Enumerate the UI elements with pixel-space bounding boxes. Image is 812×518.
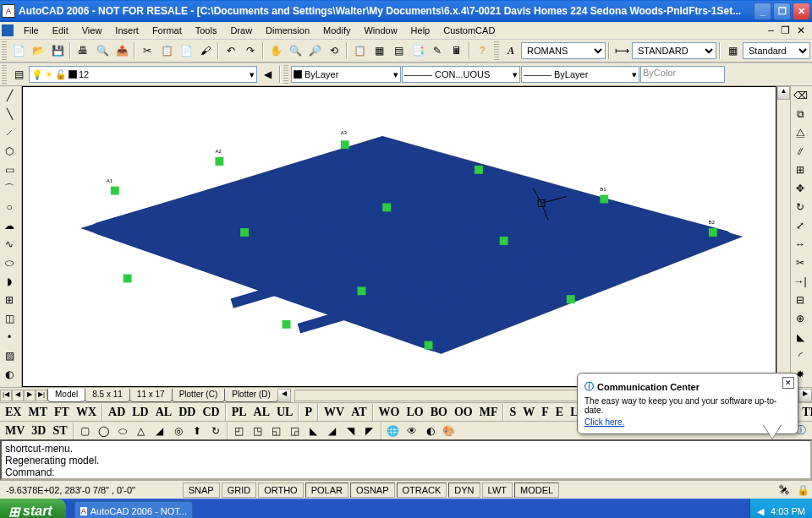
preview-button[interactable]: 🔍 <box>93 41 112 60</box>
mdi-minimize[interactable]: – <box>765 25 777 36</box>
txt-at[interactable]: AT <box>348 406 370 419</box>
cylinder-button[interactable]: ⬭ <box>113 422 132 440</box>
erase-button[interactable]: ⌫ <box>791 86 809 105</box>
box-button[interactable]: ▢ <box>76 422 95 440</box>
tab-prev[interactable]: ◀ <box>12 390 24 401</box>
txt-ul[interactable]: UL <box>273 406 296 419</box>
txt-ld[interactable]: LD <box>129 406 151 419</box>
status-grid[interactable]: GRID <box>222 483 257 498</box>
grip[interactable] <box>283 65 288 84</box>
drawing-canvas[interactable]: A1A2A3 B1B2 <box>23 87 776 386</box>
zoom-rt-button[interactable]: 🔍 <box>286 41 304 60</box>
pline-button[interactable]: ⟋ <box>0 123 19 142</box>
paste-button[interactable]: 📄 <box>177 41 195 60</box>
stretch-button[interactable]: ↔ <box>791 235 809 254</box>
txt-s[interactable]: S <box>506 406 519 419</box>
fillet-button[interactable]: ◜ <box>791 346 809 365</box>
move-button[interactable]: ✥ <box>791 179 809 198</box>
torus-button[interactable]: ◎ <box>169 422 188 440</box>
start-button[interactable]: ⊞start <box>0 499 66 518</box>
txt-dd[interactable]: DD <box>175 406 199 419</box>
status-ortho[interactable]: ORTHO <box>258 483 304 498</box>
close-button[interactable]: ✕ <box>793 3 810 20</box>
properties-button[interactable]: 📋 <box>350 41 369 60</box>
txt-wx[interactable]: WX <box>73 406 100 419</box>
menu-modify[interactable]: Modify <box>316 24 357 37</box>
lineweight-combo[interactable]: ——— ByLayer ▾ <box>521 66 639 83</box>
menu-draw[interactable]: Draw <box>223 24 259 37</box>
scroll-up-button[interactable]: ▲ <box>777 86 790 100</box>
zoom-prev-button[interactable]: ⟲ <box>325 41 343 60</box>
popup-link[interactable]: Click here. <box>584 417 624 427</box>
status-otrack[interactable]: OTRACK <box>397 483 447 498</box>
grip[interactable] <box>2 41 7 60</box>
color-combo[interactable]: ByLayer ▾ <box>291 66 401 83</box>
layer-combo[interactable]: 💡☀🔓 12 ▾ <box>29 66 257 83</box>
comm-center-icon[interactable]: 🛰 <box>775 481 793 499</box>
tab-last[interactable]: ▶| <box>36 390 47 401</box>
dimstyle-icon[interactable]: ⟼ <box>612 41 631 60</box>
popup-close-button[interactable]: ✕ <box>782 377 794 389</box>
help-button[interactable]: ? <box>473 41 491 60</box>
txt-oo[interactable]: OO <box>451 406 476 419</box>
tab-11x17[interactable]: 11 x 17 <box>129 389 173 402</box>
sphere-button[interactable]: ◯ <box>95 422 113 440</box>
join-button[interactable]: ⊕ <box>791 309 809 328</box>
extend-button[interactable]: →| <box>791 272 809 291</box>
spline-button[interactable]: ∿ <box>0 235 19 254</box>
ellipsearc-button[interactable]: ◗ <box>0 272 19 291</box>
line-button[interactable]: ╱ <box>0 86 19 105</box>
toolpalettes-button[interactable]: ▤ <box>389 41 408 60</box>
style-combo[interactable]: STANDARD <box>632 42 716 59</box>
tab-next[interactable]: ▶ <box>24 390 36 401</box>
hscroll-left-button[interactable]: ◀ <box>277 389 291 402</box>
view-iso-se-button[interactable]: ◢ <box>323 422 342 440</box>
linetype-combo[interactable]: ——— CON...UOUS ▾ <box>402 66 520 83</box>
polygon-button[interactable]: ⬡ <box>0 142 19 161</box>
trim-button[interactable]: ✂ <box>791 254 809 272</box>
txt-ad[interactable]: AD <box>105 406 129 419</box>
txt-cd[interactable]: CD <box>199 406 222 419</box>
txt-ft[interactable]: FT <box>51 406 73 419</box>
dimstyle-combo[interactable]: Standard <box>743 42 810 59</box>
view-br-button[interactable]: ◲ <box>286 422 304 440</box>
grip[interactable] <box>2 65 7 84</box>
tab-plotter-c[interactable]: Plotter (C) <box>172 389 226 402</box>
txt-wo[interactable]: WO <box>376 406 403 419</box>
txt-w[interactable]: W <box>519 406 538 419</box>
markup-button[interactable]: ✎ <box>428 41 447 60</box>
break-button[interactable]: ⊟ <box>791 291 809 309</box>
menu-customcad[interactable]: CustomCAD <box>436 24 502 37</box>
match-button[interactable]: 🖌 <box>196 41 215 60</box>
menu-window[interactable]: Window <box>357 24 403 37</box>
view-iso-nw-button[interactable]: ◤ <box>360 422 379 440</box>
offset-button[interactable]: ⫽ <box>791 142 809 161</box>
tab-85x11[interactable]: 8.5 x 11 <box>85 389 130 402</box>
txt-ex[interactable]: EX <box>2 406 25 419</box>
menu-view[interactable]: View <box>75 24 109 37</box>
lock-icon[interactable]: 🔒 <box>793 481 812 499</box>
menu-insert[interactable]: Insert <box>108 24 145 37</box>
txt-lo[interactable]: LO <box>403 406 426 419</box>
extrude-button[interactable]: ⬆ <box>188 422 206 440</box>
chamfer-button[interactable]: ◣ <box>791 328 809 346</box>
view-tr-button[interactable]: ◳ <box>249 422 267 440</box>
hatch-button[interactable]: ▨ <box>0 346 19 365</box>
tablestyle-icon[interactable]: ▦ <box>723 41 742 60</box>
txt-mt[interactable]: MT <box>25 406 51 419</box>
revcloud-button[interactable]: ☁ <box>0 216 19 235</box>
command-line[interactable]: shortcut-menu. Regenerating model. Comma… <box>0 439 812 480</box>
3dorbit-button[interactable]: 🌐 <box>384 422 403 440</box>
mdi-close[interactable]: ✕ <box>793 25 809 36</box>
layer-prev-button[interactable]: ◀ <box>258 65 277 84</box>
view-iso-ne-button[interactable]: ◥ <box>342 422 360 440</box>
grip[interactable] <box>494 41 499 60</box>
menu-tools[interactable]: Tools <box>189 24 224 37</box>
rectangle-button[interactable]: ▭ <box>0 161 19 179</box>
render-button[interactable]: 🎨 <box>440 422 458 440</box>
quickcalc-button[interactable]: 🖩 <box>447 41 466 60</box>
txt-al[interactable]: AL <box>152 406 175 419</box>
status-dyn[interactable]: DYN <box>448 483 480 498</box>
menu-dimension[interactable]: Dimension <box>259 24 316 37</box>
txt-pl[interactable]: PL <box>228 406 250 419</box>
